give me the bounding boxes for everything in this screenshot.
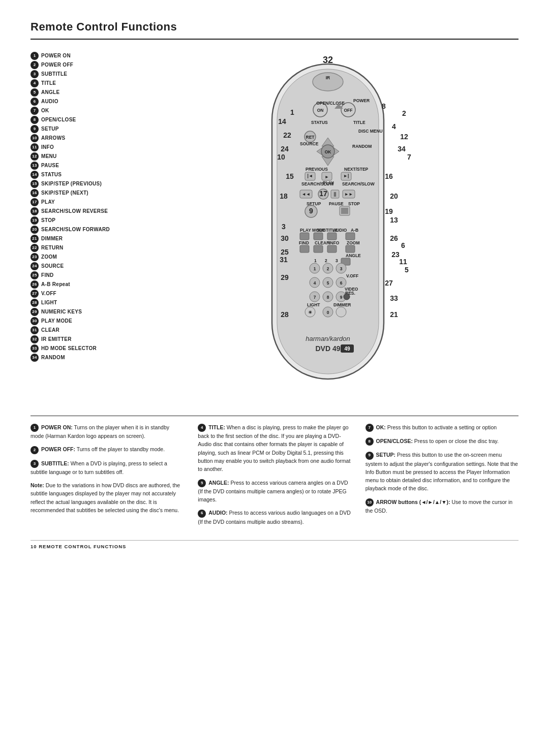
desc-title: POWER OFF: [41,446,75,452]
legend-item: 24SOURCE [30,262,147,270]
remote-area: IR 32 POWER ON 1 STATUS OFF 8 2 [147,49,518,404]
legend-num: 6 [30,98,39,106]
svg-text:49: 49 [344,346,350,352]
legend-num: 19 [30,216,39,225]
legend-label: SUBTITLE [41,70,67,78]
legend-label: IR EMITTER [41,335,72,343]
svg-text:32: 32 [323,55,333,65]
svg-text:21: 21 [390,310,398,319]
desc-block: 8 OPEN/CLOSE: Press to open or close the… [365,437,518,446]
svg-text:3: 3 [340,266,343,271]
svg-text:26: 26 [390,234,398,242]
svg-text:0: 0 [327,310,329,315]
svg-text:13: 13 [390,216,398,224]
desc-title: POWER ON: [41,424,73,430]
svg-text:15: 15 [286,172,294,180]
desc-note-text: Due to the variations in how DVD discs a… [30,482,180,513]
legend-num: 3 [30,70,39,78]
desc-num: 4 [198,424,206,432]
desc-num: 9 [365,452,374,460]
legend-num: 2 [30,61,39,69]
bottom-label: 10 REMOTE CONTROL FUNCTIONS [30,544,126,549]
svg-text:OFF: OFF [344,108,353,113]
remote-diagram: IR 32 POWER ON 1 STATUS OFF 8 2 [191,49,475,404]
legend-item: 28LIGHT [30,298,147,307]
svg-text:PREVIOUS: PREVIOUS [306,167,328,172]
legend-label: POWER ON [41,51,71,60]
desc-title: ANGLE: [208,480,229,486]
svg-text:V.OFF: V.OFF [346,273,358,278]
svg-text:A-B: A-B [351,228,358,233]
legend-item: 8OPEN/CLOSE [30,115,147,124]
desc-col: 7 OK: Press this button to activate a se… [365,423,518,531]
legend-label: RETURN [41,243,63,252]
svg-text:16: 16 [385,172,393,180]
svg-text:3: 3 [282,223,286,231]
svg-text:27: 27 [385,279,393,287]
desc-text: Press this button to activate a setting … [387,424,497,430]
svg-text:12: 12 [400,133,408,141]
legend-item: 25FIND [30,271,147,279]
legend-num: 28 [30,299,39,307]
legend-label: SEARCH/SLOW FORWARD [41,225,110,234]
svg-text:6: 6 [401,241,405,249]
svg-text:8: 8 [382,102,386,110]
svg-text:DIMMER: DIMMER [333,302,351,307]
svg-text:34: 34 [398,145,406,153]
svg-text:SEARCH/SLOW: SEARCH/SLOW [301,181,334,186]
svg-text:19: 19 [385,207,393,215]
legend-num: 16 [30,189,39,197]
svg-text:|◄: |◄ [308,173,313,178]
svg-text:31: 31 [280,256,288,264]
svg-rect-65 [341,208,348,214]
legend-item: 1POWER ON [30,51,147,60]
svg-rect-73 [300,233,309,240]
top-divider [30,39,518,40]
svg-text:OK: OK [325,149,332,154]
legend-num: 34 [30,354,39,362]
desc-text: Turns off the player to standby mode. [77,446,165,452]
legend-item: 26A-B Repeat [30,280,147,289]
svg-text:CLEAR: CLEAR [315,240,329,245]
svg-text:6: 6 [340,280,343,286]
svg-text:23: 23 [391,250,400,259]
svg-text:5: 5 [327,280,329,286]
legend-item: 5ANGLE [30,88,147,97]
page-title: Remote Control Functions [30,20,518,34]
svg-text:2: 2 [327,266,329,271]
legend-label: SKIP/STEP (PREVIOUS) [41,179,102,188]
svg-text:FIND: FIND [299,240,309,245]
legend-num: 32 [30,335,39,343]
bottom-bar: 10 REMOTE CONTROL FUNCTIONS [30,540,518,549]
legend-num: 20 [30,226,39,234]
legend-label: AUDIO [41,97,58,106]
legend-item: 19STOP [30,216,147,225]
legend: 1POWER ON2POWER OFF3SUBTITLE4TITLE5ANGLE… [30,49,147,404]
legend-label: TITLE [41,79,56,87]
svg-text:29: 29 [281,273,289,281]
legend-num: 15 [30,180,39,188]
svg-text:1: 1 [314,266,316,271]
legend-label: FIND [41,271,54,279]
desc-title: TITLE: [208,424,225,430]
legend-label: SOURCE [41,262,64,270]
legend-num: 24 [30,262,39,270]
svg-text:5: 5 [405,266,409,274]
legend-item: 31CLEAR [30,326,147,334]
legend-num: 30 [30,317,39,325]
svg-text:18: 18 [280,192,288,200]
svg-text:ON: ON [317,108,324,113]
svg-point-130 [336,307,346,317]
desc-col: 1 POWER ON: Turns on the player when it … [30,423,184,531]
legend-num: 18 [30,207,39,215]
legend-num: 4 [30,79,39,87]
legend-item: 6AUDIO [30,97,147,106]
legend-label: A-B Repeat [41,280,70,289]
legend-num: 14 [30,171,39,179]
desc-block: 1 POWER ON: Turns on the player when it … [30,423,184,440]
legend-label: SEARCH/SLOW REVERSE [41,207,108,215]
legend-num: 8 [30,116,39,124]
legend-item: 16SKIP/STEP (NEXT) [30,188,147,197]
legend-num: 27 [30,290,39,298]
desc-num: 3 [30,460,39,468]
